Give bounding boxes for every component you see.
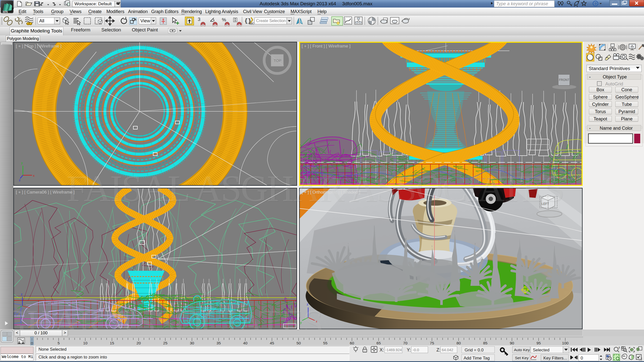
svg-text:[ + ] [ Top ] [ Wireframe ]: [ + ] [ Top ] [ Wireframe ] (16, 44, 62, 49)
svg-text:Grid = 0.0: Grid = 0.0 (465, 348, 484, 352)
svg-text:[ + ] [ Camera06 ] [ Wireframe: [ + ] [ Camera06 ] [ Wireframe ] (16, 190, 75, 195)
svg-text:[ + ] [ Orthographic ] [ Shade: [ + ] [ Orthographic ] [ Shaded ] (302, 190, 360, 195)
svg-text:Set Key: Set Key (515, 356, 529, 360)
svg-text:x: x (316, 320, 317, 323)
svg-text:TOP: TOP (274, 58, 281, 63)
svg-text:3: 3 (198, 17, 200, 22)
svg-text:z: z (21, 292, 23, 296)
svg-text:-: - (589, 126, 591, 130)
svg-text:z: z (307, 302, 308, 306)
svg-text:Selected: Selected (533, 348, 549, 352)
svg-text:Name and Color: Name and Color (600, 126, 633, 131)
svg-text:Standard Primitives: Standard Primitives (589, 66, 630, 71)
svg-text:95: 95 (536, 341, 541, 345)
svg-text:20: 20 (136, 341, 141, 345)
svg-text:%: % (222, 17, 226, 22)
svg-text:±: ± (618, 345, 620, 349)
svg-text:y: y (21, 161, 23, 165)
svg-text:90: 90 (510, 341, 514, 345)
svg-text:30: 30 (190, 341, 194, 345)
svg-text:100: 100 (562, 341, 569, 345)
svg-text:Type a keyword or phrase: Type a keyword or phrase (496, 1, 548, 6)
svg-text:-0.0: -0.0 (413, 348, 419, 352)
svg-text:10: 10 (83, 341, 88, 345)
svg-text:35: 35 (216, 341, 221, 345)
svg-text:z: z (19, 178, 21, 182)
svg-text:Auto Key: Auto Key (514, 348, 530, 352)
svg-text:70: 70 (403, 341, 408, 345)
svg-text:Key Filters...: Key Filters... (543, 356, 567, 360)
svg-text:65: 65 (376, 341, 381, 345)
svg-text:0: 0 (31, 341, 33, 345)
svg-text:15: 15 (110, 341, 114, 345)
svg-text:AutoGrid: AutoGrid (605, 81, 623, 86)
svg-text:0: 0 (581, 356, 583, 360)
svg-text:50: 50 (296, 341, 301, 345)
svg-text:Create Selection Se: Create Selection Se (256, 19, 292, 23)
svg-text:55: 55 (323, 341, 327, 345)
svg-text:x: x (33, 174, 35, 177)
svg-text:View: View (140, 18, 150, 23)
svg-text:Z:: Z: (436, 347, 440, 352)
svg-text:All: All (39, 18, 44, 23)
svg-text:3DS: 3DS (3, 10, 8, 13)
svg-text:45: 45 (270, 341, 274, 345)
svg-text:[ + ] [ Front ] [ Wireframe ]: [ + ] [ Front ] [ Wireframe ] (302, 44, 350, 49)
svg-text:5: 5 (58, 341, 60, 345)
svg-text:85: 85 (483, 341, 487, 345)
svg-text:Add Time Tag: Add Time Tag (464, 356, 490, 360)
svg-text:Workspace: Default: Workspace: Default (74, 2, 112, 6)
svg-text:y: y (300, 321, 302, 324)
svg-text:80: 80 (456, 341, 461, 345)
svg-text:LEFT: LEFT (542, 202, 549, 206)
svg-text:X:: X: (380, 347, 384, 352)
svg-text:75: 75 (430, 341, 434, 345)
svg-text:?: ? (594, 2, 597, 6)
svg-text:25: 25 (163, 341, 167, 345)
svg-text:-: - (589, 74, 591, 79)
svg-text:ABC: ABC (249, 22, 254, 25)
svg-text:64.042: 64.042 (442, 348, 453, 352)
svg-text:FRONT: FRONT (559, 78, 570, 82)
svg-text:60: 60 (350, 341, 354, 345)
svg-text:-1469.924: -1469.924 (385, 348, 402, 352)
svg-text:Object Type: Object Type (603, 74, 627, 79)
svg-text:Y:: Y: (407, 347, 411, 352)
svg-text:40: 40 (243, 341, 248, 345)
